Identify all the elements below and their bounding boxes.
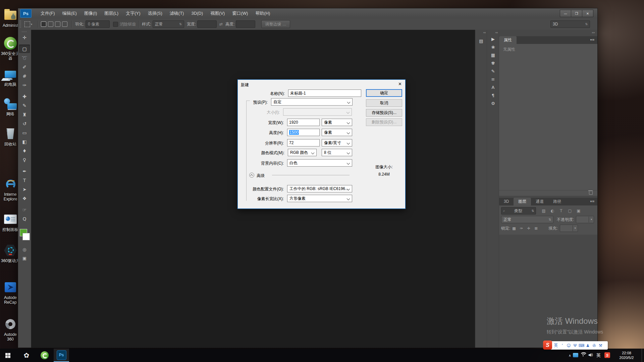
brush-panel-icon[interactable]: ✎: [489, 67, 497, 75]
resolution-input[interactable]: 72: [287, 139, 320, 146]
paragraph-panel-icon[interactable]: ¶: [489, 91, 497, 99]
trash-icon[interactable]: [589, 191, 593, 195]
tab-channels[interactable]: 通道: [531, 198, 548, 205]
menu-edit[interactable]: 编辑(E): [59, 8, 80, 18]
subtract-from-selection-icon[interactable]: [55, 21, 60, 27]
quick-selection-tool[interactable]: ✐: [19, 63, 30, 71]
desktop-icon-recycle-bin[interactable]: 回收站: [1, 127, 20, 146]
desktop-icon-internet-explorer[interactable]: Interne Explore: [1, 177, 20, 201]
desktop-icon-360-driver[interactable]: 360驱动大: [1, 243, 20, 263]
ime-skin-icon[interactable]: ✇: [591, 343, 597, 348]
zoom-tool[interactable]: Q: [19, 215, 30, 223]
clone-source-panel-icon[interactable]: ≡: [489, 75, 497, 83]
dialog-close-icon[interactable]: ✕: [398, 81, 402, 86]
taskbar-item-360-browser[interactable]: [37, 349, 52, 362]
fill-input[interactable]: ▾: [560, 225, 578, 232]
collapse-arrows-icon[interactable]: ««: [475, 30, 487, 35]
show-desktop-button[interactable]: [642, 349, 644, 362]
healing-brush-tool[interactable]: ✚: [19, 92, 30, 101]
brush-tool[interactable]: ✎: [19, 101, 30, 110]
character-panel-icon[interactable]: A: [489, 83, 497, 91]
preset-select[interactable]: 自定: [271, 98, 353, 106]
color-mode-select[interactable]: RGB 颜色: [288, 149, 317, 156]
ime-keyboard-icon[interactable]: ⌨: [578, 343, 585, 348]
swatches-panel-icon[interactable]: ▦: [489, 51, 497, 59]
collapse-arrows-icon[interactable]: ««: [487, 30, 499, 35]
resolution-unit-select[interactable]: 像素/英寸: [322, 139, 352, 146]
filter-smart-objects-icon[interactable]: ▣: [574, 208, 583, 213]
dodge-tool[interactable]: ♀: [19, 156, 30, 164]
desktop-icon-administrator[interactable]: Administ: [1, 8, 20, 28]
color-profile-select[interactable]: 工作中的 RGB: sRGB IEC6196...: [287, 185, 352, 192]
refine-edge-button[interactable]: 调整边缘 …: [261, 20, 290, 28]
tool-presets-panel-icon[interactable]: ⚙: [489, 99, 497, 107]
menu-type[interactable]: 文字(Y): [122, 8, 144, 18]
sogou-logo-icon[interactable]: S: [543, 341, 552, 350]
ime-toolbox-icon[interactable]: ⚒: [597, 343, 604, 348]
tab-paths[interactable]: 路径: [548, 198, 566, 205]
panel-menu-icon[interactable]: ▾≡: [590, 199, 595, 203]
advanced-collapse-icon[interactable]: [249, 173, 254, 178]
path-selection-tool[interactable]: ➤: [19, 185, 30, 193]
background-select[interactable]: 白色: [287, 159, 352, 167]
desktop-icon-this-pc[interactable]: 此电脑: [1, 67, 20, 87]
height-unit-select[interactable]: 像素: [322, 129, 352, 136]
clone-stamp-tool[interactable]: ♜: [19, 110, 30, 119]
color-panel-icon[interactable]: ❀: [489, 43, 497, 51]
shape-tool[interactable]: ❖: [19, 194, 30, 202]
height-input[interactable]: [236, 20, 255, 28]
lock-position-icon[interactable]: ✛: [525, 226, 532, 231]
blend-mode-select[interactable]: 正常⇅: [501, 216, 553, 223]
taskbar-item-360-safe[interactable]: ✿: [19, 349, 34, 362]
bit-depth-select[interactable]: 8 位: [322, 149, 352, 156]
tab-3d[interactable]: 3D: [499, 198, 514, 205]
style-select[interactable]: 正常⇅: [153, 20, 184, 28]
history-panel-icon[interactable]: ▤: [477, 37, 486, 45]
filter-adjustment-layers-icon[interactable]: ◐: [548, 208, 557, 213]
menu-help[interactable]: 帮助(H): [252, 8, 274, 18]
close-button[interactable]: ✕: [582, 10, 593, 17]
antialias-checkbox[interactable]: [113, 22, 118, 27]
filter-pixel-layers-icon[interactable]: ▨: [539, 208, 548, 213]
name-input[interactable]: 未标题-1: [288, 89, 361, 97]
tray-network-icon[interactable]: [573, 353, 578, 357]
layer-filter-select[interactable]: ⌕类型⇅: [501, 207, 536, 215]
cancel-button[interactable]: 取消: [366, 99, 402, 107]
lock-all-icon[interactable]: ⊠: [532, 226, 540, 231]
tab-layers[interactable]: 图层: [514, 198, 531, 205]
tray-language-indicator[interactable]: 英: [596, 349, 601, 362]
start-button[interactable]: [0, 349, 15, 362]
width-input[interactable]: [197, 20, 217, 28]
menu-layer[interactable]: 图层(L): [101, 8, 122, 18]
menu-view[interactable]: 视图(V): [207, 8, 228, 18]
workspace-select[interactable]: 3D⇅: [550, 20, 590, 28]
rectangular-marquee-tool[interactable]: ▢: [19, 45, 30, 53]
add-to-selection-icon[interactable]: [48, 21, 53, 27]
menu-filter[interactable]: 滤镜(T): [166, 8, 188, 18]
type-tool[interactable]: T: [19, 176, 30, 184]
tool-preset-icon[interactable]: [24, 21, 30, 27]
taskbar-item-photoshop[interactable]: Ps: [54, 349, 69, 362]
panel-menu-icon[interactable]: ▾≡: [590, 38, 595, 42]
lock-image-pixels-icon[interactable]: ✑: [518, 226, 525, 231]
lock-transparent-pixels-icon[interactable]: ▩: [510, 226, 518, 231]
expand-arrows-icon[interactable]: »»: [499, 30, 597, 36]
swap-dimensions-icon[interactable]: ⇄: [219, 22, 223, 26]
hand-tool[interactable]: ☞: [19, 205, 30, 214]
pixel-aspect-select[interactable]: 方形像素: [287, 195, 352, 202]
desktop-icon-control-panel[interactable]: 控制面板: [1, 212, 20, 232]
tray-expand-icon[interactable]: ∧: [567, 349, 573, 362]
gradient-tool[interactable]: ◧: [19, 137, 30, 146]
ok-button[interactable]: 确定: [366, 89, 402, 97]
desktop-icon-autodesk-recap[interactable]: Autode ReCap: [1, 280, 20, 305]
desktop-icon-360-browser[interactable]: 360安全浏 器: [1, 36, 20, 61]
ime-punctuation-icon[interactable]: ’: [559, 343, 566, 348]
chevron-down-icon[interactable]: ▾: [31, 23, 32, 26]
tray-sogou-icon[interactable]: S: [604, 352, 610, 358]
menu-select[interactable]: 选择(S): [144, 8, 166, 18]
brush-presets-panel-icon[interactable]: ✾: [489, 59, 497, 67]
intersect-selection-icon[interactable]: [62, 21, 67, 27]
ime-user-icon[interactable]: ♟: [585, 343, 591, 348]
eyedropper-tool[interactable]: ✑: [19, 81, 30, 89]
new-selection-icon[interactable]: [41, 21, 46, 27]
